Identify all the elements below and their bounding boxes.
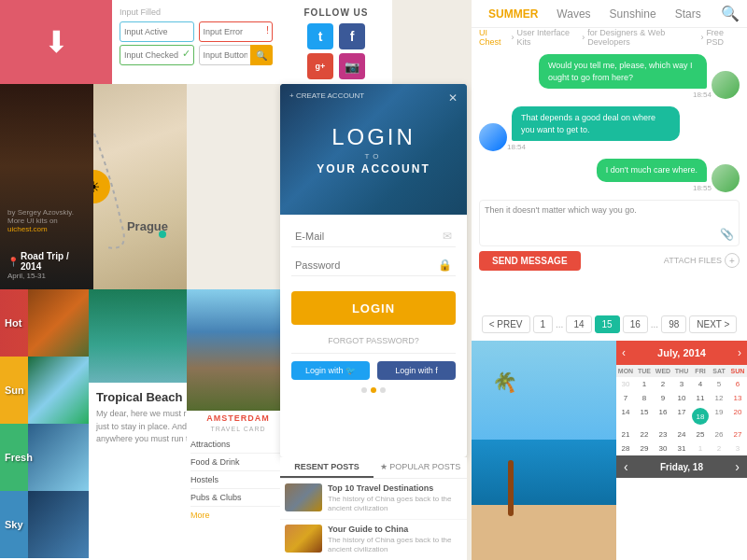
cal-day-2-2[interactable]: 16: [654, 405, 672, 427]
breadcrumb-item-2[interactable]: User Interface Kits: [517, 28, 580, 47]
travel-item-sky[interactable]: Sky: [0, 491, 89, 558]
email-field[interactable]: [295, 231, 443, 242]
calendar-prev-button[interactable]: ‹: [622, 346, 626, 359]
chat-input-box: Then it doesn't matter which way you go.…: [479, 200, 740, 246]
blog-post-img-2: [285, 525, 322, 553]
cal-day-4-1[interactable]: 29: [635, 441, 654, 455]
menu-attractions[interactable]: Attractions: [190, 436, 286, 454]
cal-day-3-2[interactable]: 23: [654, 427, 672, 441]
page-1[interactable]: 1: [533, 315, 554, 333]
cal-day-2-0[interactable]: 14: [616, 405, 635, 427]
cal-day-2-4[interactable]: 18: [691, 405, 710, 427]
input-error-wrapper: !: [199, 21, 274, 42]
search-icon[interactable]: 🔍: [721, 5, 740, 22]
cal-day-0-3[interactable]: 3: [672, 377, 691, 391]
cal-day-0-4[interactable]: 4: [691, 377, 710, 391]
calendar-footer-prev[interactable]: ‹: [624, 459, 628, 474]
cal-day-3-3[interactable]: 24: [672, 427, 691, 441]
twitter-login-button[interactable]: Login with 🐦: [291, 361, 370, 380]
close-button[interactable]: ✕: [448, 91, 458, 105]
amsterdam-menu: Attractions Food & Drink Hostels Pubs & …: [187, 432, 289, 527]
facebook-icon[interactable]: f: [339, 23, 365, 49]
input-search-btn[interactable]: 🔍: [250, 45, 273, 65]
cal-day-4-4[interactable]: 1: [691, 441, 710, 455]
cal-day-3-0[interactable]: 21: [616, 427, 635, 441]
cal-day-2-3[interactable]: 17: [672, 405, 691, 427]
cal-day-1-6[interactable]: 13: [728, 391, 747, 405]
cal-day-2-1[interactable]: 15: [635, 405, 654, 427]
menu-food[interactable]: Food & Drink: [190, 454, 286, 471]
amsterdam-card: AMSTERDAM TRAVEL CARD Attractions Food &…: [187, 289, 289, 560]
cal-day-4-5[interactable]: 2: [710, 441, 728, 455]
facebook-login-button[interactable]: Login with f: [377, 361, 456, 380]
cal-day-4-2[interactable]: 30: [654, 441, 672, 455]
tab-stars[interactable]: Stars: [666, 7, 711, 21]
cal-day-1-4[interactable]: 11: [691, 391, 710, 405]
cal-day-1-0[interactable]: 7: [616, 391, 635, 405]
calendar-footer-next[interactable]: ›: [735, 459, 740, 474]
cal-day-0-5[interactable]: 5: [710, 377, 728, 391]
breadcrumb-item-1[interactable]: UI Chest: [479, 28, 509, 47]
next-page-button[interactable]: NEXT >: [689, 315, 737, 333]
calendar-grid: 3012345678910111213141516171819202122232…: [616, 377, 747, 455]
tab-sunshine[interactable]: Sunshine: [600, 7, 666, 21]
cal-day-0-2[interactable]: 2: [654, 377, 672, 391]
cal-day-4-0[interactable]: 28: [616, 441, 635, 455]
attach-files-button[interactable]: ATTACH FILES +: [664, 253, 740, 268]
palm-trunk: [508, 460, 514, 516]
cal-day-1-2[interactable]: 9: [654, 391, 672, 405]
password-field[interactable]: [295, 259, 438, 271]
day-sat: SAT: [710, 365, 728, 377]
travel-item-fresh[interactable]: Fresh: [0, 424, 89, 491]
tab-summer[interactable]: SUMMER: [479, 7, 547, 21]
input-active[interactable]: [120, 21, 194, 42]
calendar-next-button[interactable]: ›: [738, 346, 741, 359]
page-15[interactable]: 15: [595, 315, 620, 333]
tab-recent-posts[interactable]: RESENT POSTS: [280, 457, 374, 478]
chat-bubble-1: Would you tell me, please, which way I o…: [539, 54, 707, 89]
cal-day-2-6[interactable]: 20: [728, 405, 747, 427]
tab-popular-posts[interactable]: ★ POPULAR POSTS: [374, 457, 467, 478]
cal-day-3-6[interactable]: 27: [728, 427, 747, 441]
cal-day-0-0[interactable]: 30: [616, 377, 635, 391]
login-button[interactable]: LOGIN: [291, 291, 456, 325]
create-account-link[interactable]: + CREATE ACCOUNT: [289, 91, 364, 100]
travel-item-hot[interactable]: Hot: [0, 289, 89, 357]
menu-hostels[interactable]: Hostels: [190, 471, 286, 489]
breadcrumb: UI Chest › User Interface Kits › for Des…: [472, 28, 747, 47]
page-14[interactable]: 14: [566, 315, 591, 333]
cal-day-1-1[interactable]: 8: [635, 391, 654, 405]
page-98[interactable]: 98: [661, 315, 686, 333]
cal-day-0-6[interactable]: 6: [728, 377, 747, 391]
check-icon: ✓: [182, 48, 190, 60]
cal-day-0-1[interactable]: 1: [635, 377, 654, 391]
cal-day-1-5[interactable]: 12: [710, 391, 728, 405]
cal-day-3-1[interactable]: 22: [635, 427, 654, 441]
cal-day-2-5[interactable]: 19: [710, 405, 728, 427]
forgot-password-link[interactable]: FORGOT PASSWORD?: [291, 336, 456, 345]
twitter-icon[interactable]: t: [307, 23, 333, 49]
cal-day-4-3[interactable]: 31: [672, 441, 691, 455]
tab-waves[interactable]: Waves: [547, 7, 599, 21]
breadcrumb-item-3[interactable]: for Designers & Web Developers: [587, 28, 698, 47]
prev-page-button[interactable]: < PREV: [482, 315, 530, 333]
amsterdam-subtitle: TRAVEL CARD: [187, 426, 289, 432]
instagram-icon[interactable]: 📷: [339, 53, 365, 79]
menu-more[interactable]: More: [190, 507, 286, 524]
day-thu: THU: [672, 365, 691, 377]
amsterdam-title: AMSTERDAM: [187, 411, 289, 426]
travel-item-sun[interactable]: Sun: [0, 357, 89, 424]
chat-panel: Would you tell me, please, which way I o…: [472, 47, 747, 308]
cal-day-3-4[interactable]: 25: [691, 427, 710, 441]
input-error[interactable]: [199, 21, 274, 42]
social-icons: t f: [288, 23, 385, 49]
menu-pubs[interactable]: Pubs & Clubs: [190, 489, 286, 507]
gplus-icon[interactable]: g+: [307, 53, 333, 79]
cal-day-3-5[interactable]: 26: [710, 427, 728, 441]
breadcrumb-item-4[interactable]: Free PSD: [706, 28, 740, 47]
page-16[interactable]: 16: [623, 315, 648, 333]
dot-2: [371, 387, 376, 393]
send-message-button[interactable]: SEND MESSAGE: [479, 251, 581, 271]
cal-day-4-6[interactable]: 3: [728, 441, 747, 455]
cal-day-1-3[interactable]: 10: [672, 391, 691, 405]
